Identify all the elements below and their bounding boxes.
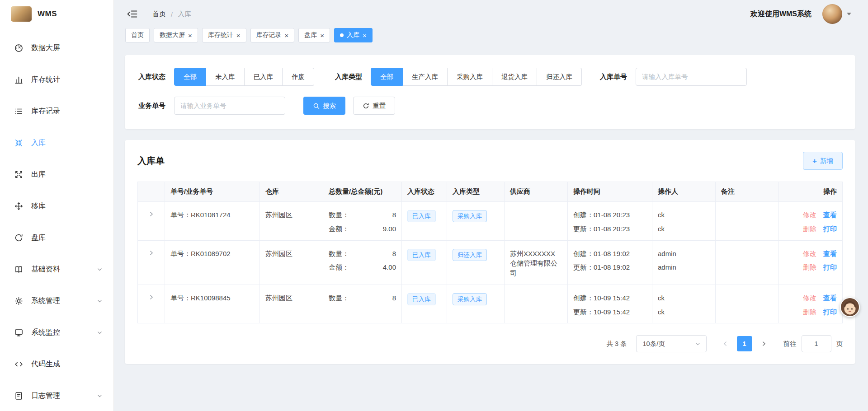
assistant-avatar[interactable] — [840, 297, 860, 317]
prev-page-button[interactable] — [717, 336, 733, 351]
plus-icon: + — [812, 157, 817, 165]
sidebar-item-system-mgmt[interactable]: 系统管理 — [0, 286, 113, 315]
sidebar-item-inventory-records[interactable]: 库存记录 — [0, 97, 113, 126]
type-option-return[interactable]: 退货入库 — [492, 68, 537, 86]
operator-updated: ck — [658, 307, 710, 317]
type-option-all[interactable]: 全部 — [371, 68, 403, 86]
status-tag: 已入库 — [407, 210, 436, 222]
delete-link[interactable]: 删除 — [803, 224, 816, 234]
sidebar-item-outbound[interactable]: 出库 — [0, 160, 113, 189]
add-button-label: 新增 — [820, 157, 833, 165]
reset-button-label: 重置 — [373, 102, 386, 110]
qty-label: 数量： — [329, 210, 349, 220]
tab-inbound[interactable]: 入库 × — [334, 28, 373, 42]
gear-icon — [14, 296, 24, 306]
total-count: 共 3 条 — [606, 340, 627, 348]
amount-line: 金额：4.00 — [329, 262, 396, 272]
sidebar-item-label: 系统监控 — [31, 328, 60, 337]
move-icon — [14, 201, 24, 211]
next-page-button[interactable] — [756, 336, 772, 351]
qty-label: 数量： — [329, 249, 349, 259]
delete-link[interactable]: 删除 — [803, 262, 816, 272]
tab-stocktake[interactable]: 盘库 × — [298, 28, 330, 42]
type-tag: 采购入库 — [453, 210, 487, 222]
chevron-down-icon — [97, 298, 103, 304]
add-button[interactable]: + 新增 — [803, 152, 843, 170]
chevron-right-icon — [148, 211, 155, 217]
view-link[interactable]: 查看 — [823, 293, 837, 303]
amount-label: 金额： — [329, 224, 349, 234]
row-expand-button[interactable] — [148, 294, 155, 300]
breadcrumb-home[interactable]: 首页 — [152, 10, 166, 19]
list-icon — [14, 107, 24, 116]
sidebar-item-base-data[interactable]: 基础资料 — [0, 255, 113, 284]
delete-link[interactable]: 删除 — [803, 307, 816, 317]
tab-home[interactable]: 首页 — [125, 28, 150, 42]
topbar-right: 欢迎使用WMS系统 — [750, 4, 851, 24]
sidebar-item-system-monitor[interactable]: 系统监控 — [0, 318, 113, 347]
chevron-down-icon — [97, 330, 103, 336]
edit-link[interactable]: 修改 — [803, 293, 816, 303]
tab-inventory-records[interactable]: 库存记录 × — [250, 28, 295, 42]
sidebar-collapse-icon[interactable] — [126, 8, 138, 20]
print-link[interactable]: 打印 — [823, 307, 837, 317]
user-menu[interactable] — [822, 4, 851, 24]
business-no-input[interactable] — [174, 97, 285, 115]
status-option-inbound[interactable]: 已入库 — [245, 68, 283, 86]
view-link[interactable]: 查看 — [823, 249, 837, 259]
warehouse: 苏州园区 — [265, 250, 292, 257]
sidebar-item-label: 库存记录 — [31, 107, 60, 116]
close-icon[interactable]: × — [285, 32, 289, 39]
qty-label: 数量： — [329, 293, 349, 303]
page-number-button[interactable]: 1 — [737, 336, 752, 351]
amount-value: 4.00 — [383, 262, 396, 272]
status-option-not-inbound[interactable]: 未入库 — [206, 68, 245, 86]
table-row: 单号：RK01089702 苏州园区 数量：8 金额：4.00 已入库 归还入库… — [138, 240, 843, 285]
status-option-all[interactable]: 全部 — [174, 68, 206, 86]
reset-button[interactable]: 重置 — [353, 97, 395, 115]
close-icon[interactable]: × — [236, 32, 241, 39]
tab-label: 库存记录 — [256, 31, 282, 39]
close-icon[interactable]: × — [363, 32, 367, 39]
type-option-purchase[interactable]: 采购入库 — [448, 68, 492, 86]
row-expand-button[interactable] — [148, 250, 155, 256]
tab-inventory-stats[interactable]: 库存统计 × — [202, 28, 246, 42]
close-icon[interactable]: × — [188, 32, 192, 39]
page-size-select[interactable]: 10条/页 — [636, 335, 707, 352]
sidebar-item-label: 数据大屏 — [31, 43, 60, 53]
status-option-void[interactable]: 作废 — [283, 68, 314, 86]
bar-chart-icon — [14, 75, 24, 84]
order-no-input[interactable] — [636, 68, 747, 86]
business-no-label: 业务单号 — [138, 102, 165, 110]
view-link[interactable]: 查看 — [823, 210, 837, 220]
type-option-production[interactable]: 生产入库 — [403, 68, 448, 86]
search-button[interactable]: 搜索 — [303, 97, 345, 115]
panel-title: 入库单 — [137, 155, 165, 167]
sidebar-item-code-gen[interactable]: 代码生成 — [0, 350, 113, 378]
row-expand-button[interactable] — [148, 211, 155, 217]
amount-label: 金额： — [329, 262, 349, 272]
sidebar-item-stocktake[interactable]: 盘库 — [0, 223, 113, 252]
edit-link[interactable]: 修改 — [803, 210, 816, 220]
sidebar-item-move[interactable]: 移库 — [0, 191, 113, 220]
sidebar-item-data-screen[interactable]: 数据大屏 — [0, 33, 113, 62]
expand-column-header — [138, 182, 165, 202]
type-tag: 采购入库 — [453, 293, 487, 305]
tab-label: 入库 — [347, 31, 359, 39]
close-icon[interactable]: × — [320, 32, 324, 39]
logo-image — [11, 6, 32, 22]
chevron-down-icon — [695, 341, 701, 347]
edit-link[interactable]: 修改 — [803, 249, 816, 259]
sidebar-item-log-mgmt[interactable]: 日志管理 — [0, 381, 113, 410]
panel-header: 入库单 + 新增 — [137, 152, 843, 170]
sidebar-item-inventory-stats[interactable]: 库存统计 — [0, 65, 113, 94]
sidebar-item-label: 基础资料 — [31, 265, 60, 274]
print-link[interactable]: 打印 — [823, 224, 837, 234]
refresh-icon — [14, 233, 24, 243]
print-link[interactable]: 打印 — [823, 262, 837, 272]
sidebar-item-inbound[interactable]: 入库 — [0, 128, 113, 157]
type-option-giveback[interactable]: 归还入库 — [537, 68, 582, 86]
goto-page-input[interactable] — [802, 335, 831, 352]
breadcrumb: 首页 / 入库 — [152, 10, 191, 19]
tab-data-screen[interactable]: 数据大屏 × — [154, 28, 198, 42]
